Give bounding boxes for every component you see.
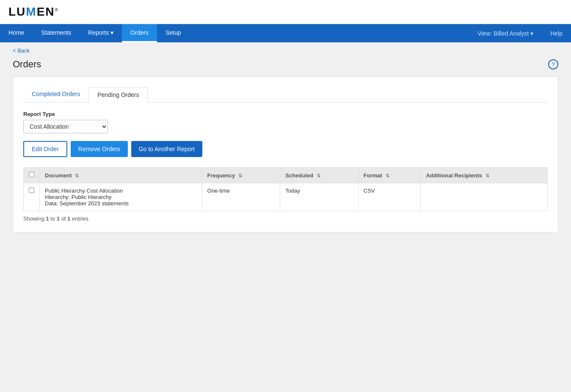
logo: LUMEN® xyxy=(8,5,563,19)
action-buttons: Edit Order Remove Orders Go to Another R… xyxy=(23,141,548,157)
orders-table-wrapper: Document ⇅ Frequency ⇅ Scheduled ⇅ For xyxy=(23,167,548,211)
report-type-label: Report Type xyxy=(23,111,548,117)
document-line1: Public Hierarchy Cost Allocation xyxy=(45,188,197,194)
go-to-another-report-button[interactable]: Go to Another Report xyxy=(131,141,202,157)
tab-pending-orders[interactable]: Pending Orders xyxy=(88,87,148,102)
additional-recipients-sort-icon: ⇅ xyxy=(485,173,489,179)
nav-right: View: Billed Analyst ▾ Help xyxy=(469,25,571,42)
col-frequency: Frequency ⇅ xyxy=(202,168,280,183)
report-type-group: Report Type Cost Allocation Invoice Summ… xyxy=(23,111,548,133)
remove-orders-button[interactable]: Remove Orders xyxy=(71,141,128,157)
reports-dropdown-icon: ▾ xyxy=(110,29,113,36)
entries-info: Showing 1 to 1 of 1 entries xyxy=(23,215,548,222)
header: LUMEN® xyxy=(0,0,571,24)
nav-item-orders[interactable]: Orders xyxy=(122,24,157,42)
main-card: Completed Orders Pending Orders Report T… xyxy=(13,77,558,232)
tab-completed-orders[interactable]: Completed Orders xyxy=(23,87,88,102)
tabs: Completed Orders Pending Orders xyxy=(23,87,548,102)
nav-item-help[interactable]: Help xyxy=(542,25,571,42)
nav-item-home[interactable]: Home xyxy=(0,24,33,42)
additional-recipients-cell xyxy=(421,183,547,211)
page-title: Orders xyxy=(13,59,41,70)
row-checkbox[interactable] xyxy=(29,188,34,193)
table-row: Public Hierarchy Cost Allocation Hierarc… xyxy=(24,183,547,211)
select-all-checkbox[interactable] xyxy=(29,172,34,177)
col-additional-recipients: Additional Recipients ⇅ xyxy=(421,168,547,183)
nav-item-view[interactable]: View: Billed Analyst ▾ xyxy=(469,25,542,42)
col-select xyxy=(24,168,40,183)
edit-order-button[interactable]: Edit Order xyxy=(23,141,67,157)
nav-item-statements[interactable]: Statements xyxy=(33,24,80,42)
back-link[interactable]: < Back xyxy=(13,42,30,59)
report-type-select[interactable]: Cost Allocation Invoice Summary Usage De… xyxy=(23,120,108,133)
scheduled-sort-icon: ⇅ xyxy=(317,173,320,179)
format-cell: CSV xyxy=(358,183,420,211)
frequency-sort-icon: ⇅ xyxy=(238,173,242,179)
col-format: Format ⇅ xyxy=(358,168,420,183)
nav-bar: Home Statements Reports ▾ Orders Setup V… xyxy=(0,24,571,42)
document-line2: Hierarchy: Public Hierarchy xyxy=(45,194,197,200)
scheduled-cell: Today xyxy=(280,183,359,211)
row-select-cell xyxy=(24,183,40,211)
table-header-row: Document ⇅ Frequency ⇅ Scheduled ⇅ For xyxy=(24,168,547,183)
help-icon[interactable]: ? xyxy=(548,59,558,69)
col-document: Document ⇅ xyxy=(40,168,202,183)
nav-item-setup[interactable]: Setup xyxy=(157,24,190,42)
document-sort-icon: ⇅ xyxy=(75,173,79,179)
orders-table: Document ⇅ Frequency ⇅ Scheduled ⇅ For xyxy=(24,168,547,211)
nav-item-reports[interactable]: Reports ▾ xyxy=(80,24,122,42)
format-sort-icon: ⇅ xyxy=(386,173,389,179)
document-line3: Data: September 2023 statements xyxy=(45,200,197,207)
page-title-row: Orders ? xyxy=(13,59,558,70)
frequency-cell: One-time xyxy=(202,183,280,211)
col-scheduled: Scheduled ⇅ xyxy=(280,168,359,183)
page-content: < Back Orders ? Completed Orders Pending… xyxy=(0,42,571,373)
document-cell: Public Hierarchy Cost Allocation Hierarc… xyxy=(40,183,202,211)
nav-left: Home Statements Reports ▾ Orders Setup xyxy=(0,24,190,42)
view-dropdown-icon: ▾ xyxy=(530,30,533,37)
